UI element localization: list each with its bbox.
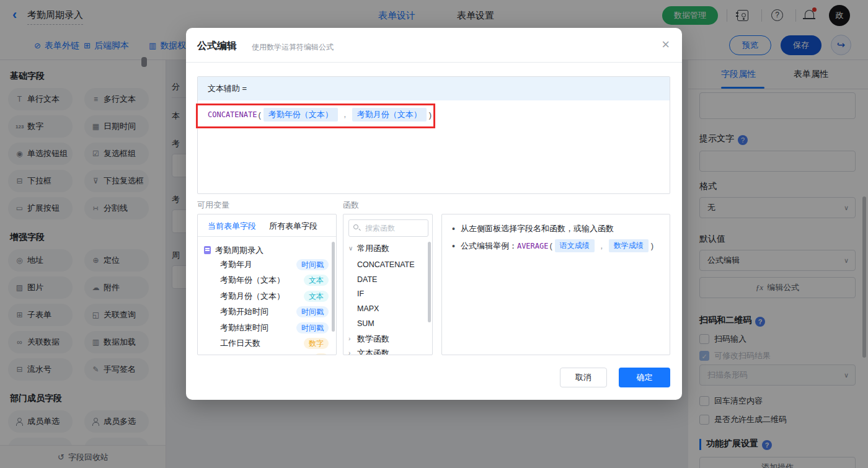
variables-tabs: 当前表单字段 所有表单字段 — [198, 214, 336, 237]
cancel-button[interactable]: 取消 — [560, 368, 607, 387]
variable-row[interactable]: 考勤年月时间戳 — [198, 257, 336, 272]
function-search-input[interactable] — [348, 219, 428, 237]
variables-panel: 当前表单字段 所有表单字段 考勤周期录入 考勤年月时间戳 考勤年份（文本）文本 … — [197, 214, 337, 355]
group-label: 文本函数 — [357, 347, 389, 355]
comma: ， — [598, 241, 606, 252]
variable-row[interactable]: 考勤结束时间时间戳 — [198, 320, 336, 335]
chevron-right-icon: › — [348, 332, 350, 346]
confirm-button[interactable]: 确定 — [619, 368, 670, 387]
variable-name: 考勤年月 — [220, 257, 252, 272]
type-tag: 时间戳 — [296, 322, 329, 333]
group-label: 数学函数 — [357, 332, 389, 346]
tree-root-form[interactable]: 考勤周期录入 — [198, 243, 336, 258]
formula-expression: CONCATENATE ( 考勤年份（文本） ， 考勤月份（文本） ) — [208, 108, 433, 121]
type-tag — [314, 353, 329, 355]
example-chip-chinese-score: 语文成绩 — [555, 239, 595, 252]
variable-row[interactable]: 工作日天数数字 — [198, 336, 336, 351]
divider — [186, 62, 682, 63]
function-name: CONCATENATE — [208, 110, 257, 119]
open-paren: ( — [549, 241, 552, 250]
dialog-subtitle: 使用数学运算符编辑公式 — [252, 42, 334, 53]
example-function-name: AVERAGE — [517, 242, 549, 250]
form-doc-icon — [204, 246, 211, 254]
function-item[interactable]: CONCATENATE — [343, 258, 432, 272]
type-tag: 文本 — [304, 275, 329, 286]
close-paren: ) — [651, 241, 653, 250]
type-tag: 文本 — [304, 291, 329, 302]
scrollbar-thumb[interactable] — [332, 242, 335, 332]
functions-panel: ∨常用函数 CONCATENATE DATE IF MAPX SUM ›数学函数… — [343, 214, 433, 355]
scrollbar-thumb[interactable] — [428, 242, 431, 322]
function-label: SUM — [357, 317, 374, 330]
available-variables-label: 可用变量 — [197, 200, 229, 211]
help-panel: •从左侧面板选择字段名和函数，或输入函数 • 公式编辑举例： AVERAGE (… — [441, 214, 670, 355]
close-paren: ) — [429, 110, 432, 120]
variable-row[interactable]: 考勤开始时间时间戳 — [198, 304, 336, 319]
tab-current-form-fields[interactable]: 当前表单字段 — [208, 221, 256, 232]
variable-name: 考勤开始时间 — [220, 304, 268, 319]
function-label: IF — [357, 287, 364, 301]
function-group-math[interactable]: ›数学函数 — [343, 332, 432, 346]
variable-name: 考勤结束时间 — [220, 320, 268, 335]
function-label: MAPX — [357, 302, 379, 316]
app-window: ‹ 考勤周期录入 表单设计 表单设置 数据管理 ? 政 ⊘表单外链 ⊞后端脚本 … — [0, 0, 868, 468]
field-chip-attendance-month[interactable]: 考勤月份（文本） — [352, 108, 427, 121]
help-tip-1: •从左侧面板选择字段名和函数，或输入函数 — [452, 223, 614, 234]
function-item[interactable]: SUM — [343, 317, 432, 330]
function-label: CONCATENATE — [357, 258, 415, 272]
example-chip-math-score: 数学成绩 — [609, 239, 649, 252]
variable-name: 工作日天数 — [220, 336, 260, 351]
type-tag: 时间戳 — [296, 259, 329, 270]
search-icon — [353, 224, 358, 229]
dialog-title: 公式编辑 — [197, 40, 237, 53]
chevron-down-icon: ∨ — [348, 242, 353, 255]
variable-row[interactable]: 考勤年份（文本）文本 — [198, 273, 336, 288]
open-paren: ( — [258, 110, 260, 120]
formula-editor[interactable]: 文本辅助 = CONCATENATE ( 考勤年份（文本） ， 考勤月份（文本）… — [197, 76, 670, 194]
functions-label: 函数 — [343, 200, 359, 211]
variable-name: 考勤年份（文本） — [220, 273, 285, 288]
function-item[interactable]: DATE — [343, 273, 432, 286]
chevron-right-icon: › — [348, 347, 350, 355]
bullet: • — [452, 241, 455, 251]
bullet: • — [452, 224, 455, 234]
function-group-text[interactable]: ›文本函数 — [343, 347, 432, 355]
help-tip-2: • 公式编辑举例： AVERAGE ( 语文成绩 ， 数学成绩 ) — [452, 239, 655, 252]
tip-text: 从左侧面板选择字段名和函数，或输入函数 — [461, 223, 614, 234]
type-tag: 数字 — [304, 338, 329, 349]
close-icon[interactable]: × — [662, 37, 670, 53]
function-item[interactable]: MAPX — [343, 302, 432, 316]
tree-root-label: 考勤周期录入 — [215, 243, 264, 258]
function-group-common[interactable]: ∨常用函数 — [343, 242, 432, 255]
type-tag: 时间戳 — [296, 306, 329, 317]
group-label: 常用函数 — [357, 242, 389, 255]
comma: ， — [341, 109, 349, 120]
variable-row[interactable]: 考勤月份（文本）文本 — [198, 289, 336, 304]
tip-text: 公式编辑举例： — [461, 241, 517, 252]
formula-edit-dialog: 公式编辑 使用数学运算符编辑公式 × 文本辅助 = CONCATENATE ( … — [186, 28, 682, 400]
tab-all-form-fields[interactable]: 所有表单字段 — [269, 221, 317, 232]
variable-name: 考勤月份（文本） — [220, 289, 285, 304]
formula-target: 文本辅助 = — [198, 77, 670, 100]
field-chip-attendance-year[interactable]: 考勤年份（文本） — [264, 108, 338, 121]
function-item[interactable]: IF — [343, 287, 432, 301]
variable-row-clipped[interactable] — [198, 351, 336, 355]
function-label: DATE — [357, 273, 377, 286]
